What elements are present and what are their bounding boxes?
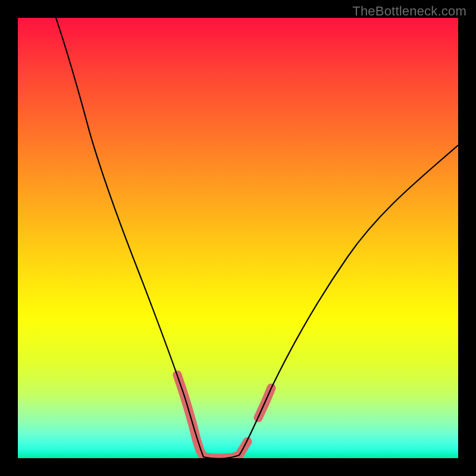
frame: TheBottleneck.com bbox=[0, 0, 476, 476]
plot-area bbox=[18, 18, 458, 458]
curve-layer bbox=[18, 18, 458, 458]
watermark-text: TheBottleneck.com bbox=[352, 4, 466, 19]
pink-overlay-left bbox=[177, 375, 248, 458]
bottleneck-curve bbox=[56, 18, 458, 458]
